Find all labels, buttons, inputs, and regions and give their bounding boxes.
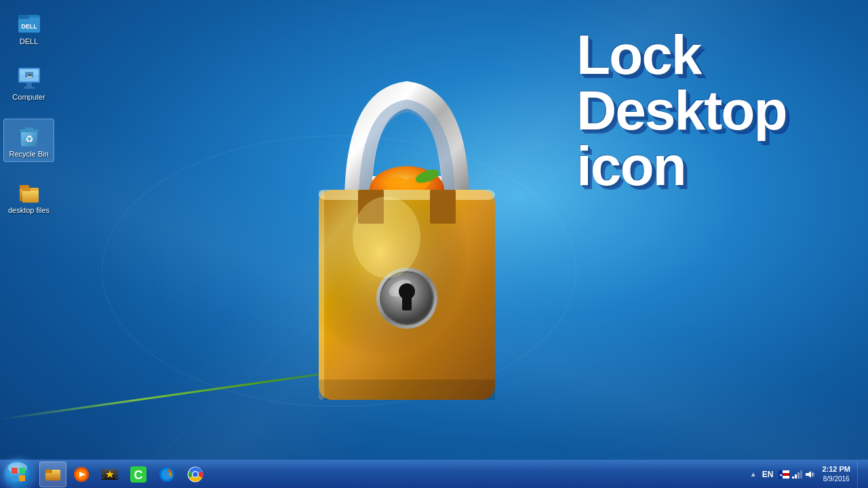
- title-line1: Lock: [576, 27, 834, 83]
- taskbar: C: [0, 460, 868, 488]
- clock-date: 8/9/2016: [823, 474, 850, 484]
- windows-logo-icon: [11, 467, 26, 482]
- svg-rect-46: [19, 475, 25, 481]
- svg-rect-11: [24, 87, 35, 89]
- svg-text:DELL: DELL: [21, 23, 37, 30]
- media-player-icon: [72, 465, 91, 484]
- explorer-icon: [43, 465, 62, 484]
- flag-icon: ★: [778, 470, 789, 479]
- svg-rect-76: [795, 474, 797, 479]
- taskbar-btn-chrome[interactable]: [182, 462, 209, 487]
- svg-rect-40: [402, 297, 412, 310]
- desktop-icon-computer[interactable]: 💻 Computer: [3, 62, 54, 104]
- show-desktop-button[interactable]: [857, 462, 863, 487]
- computer-icon: 💻: [16, 65, 43, 92]
- taskbar-btn-explorer[interactable]: [39, 462, 66, 487]
- svg-point-70: [194, 472, 197, 476]
- desktop: DELL DELL 💻 Computer: [0, 0, 868, 488]
- tray-language-indicator[interactable]: EN: [760, 470, 776, 479]
- svg-rect-43: [12, 468, 18, 474]
- desktop-files-icon-label: desktop files: [8, 205, 50, 215]
- svg-rect-31: [319, 190, 495, 200]
- svg-rect-10: [26, 83, 32, 87]
- volume-speaker-icon: [804, 470, 815, 479]
- svg-rect-58: [115, 470, 117, 472]
- dell-icon: DELL: [16, 9, 43, 37]
- computer-icon-label: Computer: [12, 92, 45, 102]
- svg-rect-55: [102, 470, 104, 472]
- tray-volume-icon[interactable]: [804, 469, 815, 480]
- svg-rect-23: [22, 190, 39, 203]
- svg-rect-44: [19, 468, 25, 474]
- svg-rect-56: [102, 473, 104, 475]
- recycle-bin-icon-label: Recycle Bin: [9, 149, 48, 159]
- lock-desktop-icon-title: Lock Desktop icon: [576, 27, 834, 194]
- svg-rect-78: [800, 470, 802, 479]
- padlock-container: [258, 34, 556, 454]
- camtasia-icon: C: [129, 465, 148, 484]
- svg-rect-60: [115, 476, 117, 479]
- start-orb[interactable]: [4, 460, 33, 489]
- svg-rect-49: [45, 470, 52, 473]
- desktop-icon-recycle-bin[interactable]: ♻ Recycle Bin: [3, 119, 54, 162]
- firefox-icon: [157, 465, 176, 484]
- signal-bars-icon: [791, 470, 802, 479]
- desktop-icons-container: DELL DELL 💻 Computer: [3, 7, 54, 218]
- svg-rect-57: [102, 476, 104, 479]
- svg-rect-75: [792, 476, 794, 479]
- svg-rect-32: [319, 190, 324, 400]
- start-button[interactable]: [0, 460, 37, 489]
- svg-text:💻: 💻: [26, 73, 32, 78]
- svg-rect-77: [797, 472, 800, 479]
- padlock-image: [278, 47, 536, 441]
- svg-point-41: [353, 197, 420, 278]
- svg-text:C: C: [134, 468, 143, 482]
- tray-expand-button[interactable]: ▲: [750, 470, 757, 478]
- svg-text:♻: ♻: [24, 134, 33, 144]
- tray-flag-icon: ★: [778, 469, 789, 480]
- title-line3: icon: [576, 138, 834, 194]
- taskbar-btn-mediaplayer[interactable]: [68, 462, 95, 487]
- desktop-files-icon: [16, 178, 43, 205]
- dell-icon-label: DELL: [20, 37, 39, 46]
- desktop-icon-dell[interactable]: DELL DELL: [3, 7, 54, 49]
- tray-signal-icon: [791, 469, 802, 480]
- svg-marker-79: [806, 471, 811, 478]
- recycle-bin-icon: ♻: [16, 122, 43, 149]
- svg-rect-59: [115, 473, 117, 475]
- desktop-icon-desktop-files[interactable]: desktop files: [3, 176, 54, 218]
- tray-icons-group: ★: [778, 469, 815, 480]
- svg-rect-5: [18, 15, 29, 19]
- system-tray: ▲ EN ★: [750, 460, 868, 489]
- svg-rect-34: [430, 190, 456, 224]
- svg-text:★: ★: [779, 473, 783, 477]
- svg-rect-17: [25, 127, 33, 130]
- taskbar-pinned-apps: C: [39, 460, 209, 489]
- clock-time: 2:12 PM: [822, 464, 850, 474]
- title-line2: Desktop: [576, 83, 834, 138]
- system-clock[interactable]: 2:12 PM 8/9/2016: [818, 464, 854, 484]
- svg-rect-24: [22, 188, 31, 191]
- svg-rect-42: [319, 380, 495, 400]
- svg-rect-45: [12, 475, 18, 481]
- taskbar-btn-camtasia[interactable]: C: [125, 462, 152, 487]
- video-icon: [100, 465, 119, 484]
- taskbar-btn-video[interactable]: [96, 462, 123, 487]
- taskbar-btn-firefox[interactable]: [153, 462, 180, 487]
- chrome-icon: [186, 465, 205, 484]
